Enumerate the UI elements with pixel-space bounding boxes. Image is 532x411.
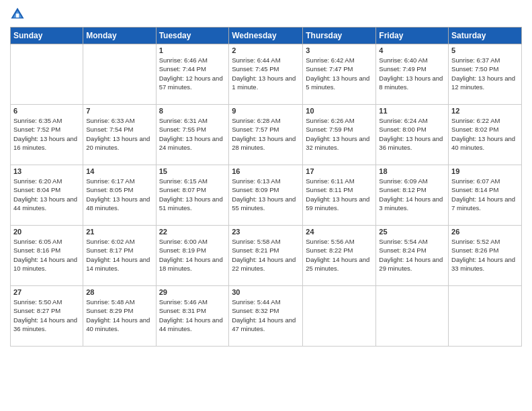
- day-cell: 11Sunrise: 6:24 AM Sunset: 8:00 PM Dayli…: [376, 105, 449, 165]
- day-info: Sunrise: 5:44 AM Sunset: 8:32 PM Dayligh…: [232, 298, 300, 333]
- day-number: 21: [86, 228, 152, 236]
- week-row-3: 13Sunrise: 6:20 AM Sunset: 8:04 PM Dayli…: [11, 165, 522, 226]
- day-cell: 27Sunrise: 5:50 AM Sunset: 8:27 PM Dayli…: [11, 286, 83, 347]
- day-cell: 9Sunrise: 6:28 AM Sunset: 7:57 PM Daylig…: [229, 105, 303, 165]
- day-info: Sunrise: 6:40 AM Sunset: 7:49 PM Dayligh…: [379, 56, 445, 91]
- day-cell: 21Sunrise: 6:02 AM Sunset: 8:17 PM Dayli…: [83, 226, 156, 286]
- day-cell: 15Sunrise: 6:15 AM Sunset: 8:07 PM Dayli…: [156, 165, 229, 226]
- day-cell: 29Sunrise: 5:46 AM Sunset: 8:31 PM Dayli…: [156, 286, 229, 347]
- day-cell: 6Sunrise: 6:35 AM Sunset: 7:52 PM Daylig…: [11, 105, 83, 165]
- day-number: 16: [232, 167, 300, 175]
- day-number: 26: [451, 228, 519, 236]
- svg-rect-2: [16, 13, 19, 17]
- day-cell: [449, 286, 522, 347]
- day-number: 28: [86, 288, 152, 296]
- day-number: 30: [232, 288, 300, 296]
- day-info: Sunrise: 6:46 AM Sunset: 7:44 PM Dayligh…: [159, 56, 226, 91]
- week-row-4: 20Sunrise: 6:05 AM Sunset: 8:16 PM Dayli…: [11, 226, 522, 286]
- day-cell: 26Sunrise: 5:52 AM Sunset: 8:26 PM Dayli…: [449, 226, 522, 286]
- weekday-monday: Monday: [83, 28, 156, 44]
- day-info: Sunrise: 5:48 AM Sunset: 8:29 PM Dayligh…: [86, 298, 152, 333]
- day-cell: 22Sunrise: 6:00 AM Sunset: 8:19 PM Dayli…: [156, 226, 229, 286]
- day-cell: [303, 286, 376, 347]
- day-cell: 13Sunrise: 6:20 AM Sunset: 8:04 PM Dayli…: [11, 165, 83, 226]
- day-number: 8: [159, 107, 226, 115]
- calendar-header: SundayMondayTuesdayWednesdayThursdayFrid…: [11, 28, 522, 44]
- weekday-tuesday: Tuesday: [156, 28, 229, 44]
- week-row-5: 27Sunrise: 5:50 AM Sunset: 8:27 PM Dayli…: [11, 286, 522, 347]
- day-info: Sunrise: 6:44 AM Sunset: 7:45 PM Dayligh…: [232, 56, 300, 91]
- day-cell: 20Sunrise: 6:05 AM Sunset: 8:16 PM Dayli…: [11, 226, 83, 286]
- day-info: Sunrise: 6:11 AM Sunset: 8:11 PM Dayligh…: [306, 177, 373, 212]
- day-cell: 23Sunrise: 5:58 AM Sunset: 8:21 PM Dayli…: [229, 226, 303, 286]
- day-cell: 14Sunrise: 6:17 AM Sunset: 8:05 PM Dayli…: [83, 165, 156, 226]
- day-number: 18: [379, 167, 445, 175]
- day-info: Sunrise: 6:09 AM Sunset: 8:12 PM Dayligh…: [379, 177, 445, 212]
- day-cell: 18Sunrise: 6:09 AM Sunset: 8:12 PM Dayli…: [376, 165, 449, 226]
- day-number: 14: [86, 167, 152, 175]
- day-cell: 12Sunrise: 6:22 AM Sunset: 8:02 PM Dayli…: [449, 105, 522, 165]
- day-cell: [83, 44, 156, 105]
- day-number: 10: [306, 107, 373, 115]
- day-number: 13: [13, 167, 80, 175]
- day-cell: 25Sunrise: 5:54 AM Sunset: 8:24 PM Dayli…: [376, 226, 449, 286]
- day-cell: 24Sunrise: 5:56 AM Sunset: 8:22 PM Dayli…: [303, 226, 376, 286]
- day-cell: 28Sunrise: 5:48 AM Sunset: 8:29 PM Dayli…: [83, 286, 156, 347]
- weekday-saturday: Saturday: [449, 28, 522, 44]
- day-cell: [376, 286, 449, 347]
- day-cell: 30Sunrise: 5:44 AM Sunset: 8:32 PM Dayli…: [229, 286, 303, 347]
- day-info: Sunrise: 6:22 AM Sunset: 8:02 PM Dayligh…: [451, 116, 519, 152]
- day-number: 1: [159, 46, 226, 54]
- calendar-body: 1Sunrise: 6:46 AM Sunset: 7:44 PM Daylig…: [11, 44, 522, 347]
- day-info: Sunrise: 6:33 AM Sunset: 7:54 PM Dayligh…: [86, 116, 152, 152]
- day-info: Sunrise: 6:35 AM Sunset: 7:52 PM Dayligh…: [13, 116, 80, 152]
- logo-icon: [10, 7, 25, 21]
- week-row-2: 6Sunrise: 6:35 AM Sunset: 7:52 PM Daylig…: [11, 105, 522, 165]
- weekday-friday: Friday: [376, 28, 449, 44]
- weekday-wednesday: Wednesday: [229, 28, 303, 44]
- day-info: Sunrise: 6:00 AM Sunset: 8:19 PM Dayligh…: [159, 237, 226, 273]
- day-cell: 5Sunrise: 6:37 AM Sunset: 7:50 PM Daylig…: [449, 44, 522, 105]
- day-info: Sunrise: 5:46 AM Sunset: 8:31 PM Dayligh…: [159, 298, 226, 333]
- day-info: Sunrise: 5:54 AM Sunset: 8:24 PM Dayligh…: [379, 237, 445, 273]
- day-number: 25: [379, 228, 445, 236]
- day-info: Sunrise: 6:17 AM Sunset: 8:05 PM Dayligh…: [86, 177, 152, 212]
- day-number: 20: [13, 228, 80, 236]
- day-info: Sunrise: 6:13 AM Sunset: 8:09 PM Dayligh…: [232, 177, 300, 212]
- day-info: Sunrise: 6:37 AM Sunset: 7:50 PM Dayligh…: [451, 56, 519, 91]
- day-cell: 3Sunrise: 6:42 AM Sunset: 7:47 PM Daylig…: [303, 44, 376, 105]
- day-info: Sunrise: 6:31 AM Sunset: 7:55 PM Dayligh…: [159, 116, 226, 152]
- header: [10, 7, 522, 21]
- day-number: 15: [159, 167, 226, 175]
- day-cell: 17Sunrise: 6:11 AM Sunset: 8:11 PM Dayli…: [303, 165, 376, 226]
- day-number: 19: [451, 167, 519, 175]
- day-info: Sunrise: 6:28 AM Sunset: 7:57 PM Dayligh…: [232, 116, 300, 152]
- day-cell: 2Sunrise: 6:44 AM Sunset: 7:45 PM Daylig…: [229, 44, 303, 105]
- day-info: Sunrise: 5:50 AM Sunset: 8:27 PM Dayligh…: [13, 298, 80, 333]
- day-number: 5: [451, 46, 519, 54]
- weekday-sunday: Sunday: [11, 28, 83, 44]
- day-number: 2: [232, 46, 300, 54]
- day-number: 7: [86, 107, 152, 115]
- day-info: Sunrise: 6:20 AM Sunset: 8:04 PM Dayligh…: [13, 177, 80, 212]
- day-cell: 8Sunrise: 6:31 AM Sunset: 7:55 PM Daylig…: [156, 105, 229, 165]
- day-info: Sunrise: 5:58 AM Sunset: 8:21 PM Dayligh…: [232, 237, 300, 273]
- day-cell: 10Sunrise: 6:26 AM Sunset: 7:59 PM Dayli…: [303, 105, 376, 165]
- day-number: 3: [306, 46, 373, 54]
- day-info: Sunrise: 6:26 AM Sunset: 7:59 PM Dayligh…: [306, 116, 373, 152]
- day-cell: 16Sunrise: 6:13 AM Sunset: 8:09 PM Dayli…: [229, 165, 303, 226]
- day-info: Sunrise: 5:56 AM Sunset: 8:22 PM Dayligh…: [306, 237, 373, 273]
- day-number: 24: [306, 228, 373, 236]
- day-number: 11: [379, 107, 445, 115]
- day-number: 9: [232, 107, 300, 115]
- day-number: 29: [159, 288, 226, 296]
- day-number: 4: [379, 46, 445, 54]
- calendar-table: SundayMondayTuesdayWednesdayThursdayFrid…: [10, 27, 522, 347]
- day-number: 23: [232, 228, 300, 236]
- day-cell: 4Sunrise: 6:40 AM Sunset: 7:49 PM Daylig…: [376, 44, 449, 105]
- day-cell: [11, 44, 83, 105]
- day-info: Sunrise: 5:52 AM Sunset: 8:26 PM Dayligh…: [451, 237, 519, 273]
- day-info: Sunrise: 6:07 AM Sunset: 8:14 PM Dayligh…: [451, 177, 519, 212]
- weekday-header-row: SundayMondayTuesdayWednesdayThursdayFrid…: [11, 28, 522, 44]
- day-info: Sunrise: 6:05 AM Sunset: 8:16 PM Dayligh…: [13, 237, 80, 273]
